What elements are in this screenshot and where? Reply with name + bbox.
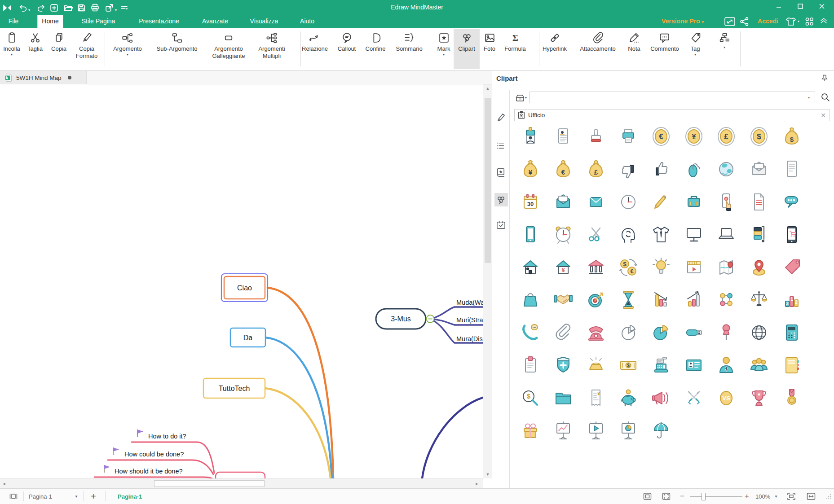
- share-icon[interactable]: [739, 17, 750, 28]
- clipart-chart-growth[interactable]: [682, 288, 706, 311]
- format-tool[interactable]: [494, 111, 508, 124]
- clipart-usb-drive[interactable]: [682, 321, 706, 344]
- ribbon-relazione[interactable]: Relazione: [302, 29, 328, 69]
- clipart-gift-box[interactable]: [519, 419, 542, 443]
- dropdown-icon[interactable]: ▾: [28, 8, 30, 12]
- clipart-house-yen[interactable]: ¥: [552, 256, 575, 279]
- menu-aiuto[interactable]: Aiuto: [296, 15, 319, 28]
- clipart-globe-grid[interactable]: [747, 321, 771, 344]
- horizontal-scroll-thumb[interactable]: [154, 480, 265, 487]
- clipart-coin-euro[interactable]: €: [649, 125, 673, 148]
- login-button[interactable]: Accedi: [753, 15, 783, 28]
- zoom-dropdown-icon[interactable]: ▼: [774, 489, 778, 504]
- minimize-button[interactable]: [769, 0, 789, 13]
- export-button[interactable]: ▾: [103, 2, 115, 13]
- clipart-notebook[interactable]: [780, 354, 803, 377]
- clipart-light-bulb[interactable]: [649, 256, 673, 279]
- clipart-document-red[interactable]: [747, 190, 771, 214]
- fit-screen-icon[interactable]: [787, 489, 796, 504]
- library-drawer-icon[interactable]: [515, 93, 525, 105]
- clipart-hourglass[interactable]: [617, 288, 640, 311]
- clipart-chat-bubbles[interactable]: [780, 190, 803, 214]
- mindmap-canvas[interactable]: Muda(WaMuri(StraMura(DisHow to do it?How…: [0, 84, 483, 478]
- clipart-handshake[interactable]: [552, 288, 575, 311]
- ribbon-copia[interactable]: Copia: [47, 29, 71, 69]
- clipart-folder[interactable]: [552, 386, 575, 410]
- customize-toolbar-button[interactable]: [118, 2, 130, 13]
- zoom-in-button[interactable]: +: [745, 489, 749, 504]
- shirt-icon[interactable]: [785, 17, 797, 28]
- dropdown-icon[interactable]: ▾: [115, 8, 117, 12]
- task-tool[interactable]: [494, 218, 508, 232]
- clipart-coin-dollar[interactable]: $: [747, 125, 771, 148]
- ribbon-mark[interactable]: Mark ▾: [432, 29, 456, 69]
- clipart-gold-ingot[interactable]: [584, 354, 608, 377]
- new-document-button[interactable]: [48, 2, 60, 13]
- clipart-coin-pound[interactable]: £: [715, 125, 738, 148]
- clipart-laptop[interactable]: [715, 223, 738, 246]
- clipart-shield-plus[interactable]: [552, 354, 575, 377]
- ribbon-foto[interactable]: Foto: [477, 29, 502, 69]
- add-page-button[interactable]: +: [91, 489, 96, 504]
- clipart-medal[interactable]: [780, 386, 803, 410]
- clipart-teamwork[interactable]: [715, 288, 738, 311]
- clipart-vs-badge[interactable]: VS: [715, 386, 738, 410]
- clipart-chart-decline[interactable]: [649, 288, 673, 311]
- ribbon-formula[interactable]: Σ Formula: [503, 29, 527, 69]
- clipart-briefcase[interactable]: [682, 190, 706, 214]
- clipart-pie-chart-outline[interactable]: [617, 321, 640, 344]
- ribbon-clipart[interactable]: Clipart: [454, 29, 480, 69]
- clipart-businessman[interactable]: [715, 354, 738, 377]
- page-selector[interactable]: Pagina-1: [29, 489, 52, 504]
- document-tab[interactable]: 5W1H Mind Map: [0, 71, 87, 84]
- version-pro-button[interactable]: Versione Pro ▾: [657, 15, 708, 28]
- clipart-shopping-bag[interactable]: [519, 288, 542, 311]
- shirt-dropdown-icon[interactable]: ▾: [798, 19, 799, 23]
- clipart-map[interactable]: [715, 256, 738, 279]
- redo-button[interactable]: [35, 2, 47, 13]
- zoom-slider[interactable]: [690, 496, 742, 497]
- ribbon-sommario[interactable]: Sommario: [396, 29, 422, 69]
- zoom-out-button[interactable]: −: [680, 489, 684, 504]
- clipart-clipboard[interactable]: [519, 354, 542, 377]
- clipart-board-play[interactable]: [584, 419, 608, 443]
- ribbon-incolla[interactable]: Incolla ▾: [0, 29, 24, 69]
- reading-view-icon[interactable]: [9, 489, 18, 504]
- maximize-button[interactable]: [790, 0, 810, 13]
- clipart-computer-mouse[interactable]: [682, 158, 706, 181]
- clipart-hand-truck[interactable]: [747, 223, 771, 246]
- clipart-people-group[interactable]: [747, 354, 771, 377]
- clipart-thumbs-up[interactable]: [649, 158, 673, 181]
- clipart-tablet-cart[interactable]: [780, 223, 803, 246]
- dropdown-icon[interactable]: ▾: [113, 53, 142, 57]
- clipart-push-pin[interactable]: [715, 321, 738, 344]
- clipart-coin-yen[interactable]: ¥: [682, 125, 706, 148]
- open-button[interactable]: [62, 2, 74, 13]
- clipart-money-bag-yen[interactable]: ¥: [519, 158, 542, 181]
- clipart-money-bag-euro[interactable]: €: [552, 158, 575, 181]
- ribbon-callout[interactable]: Callout: [335, 29, 359, 69]
- clipart-phone-call[interactable]: [519, 321, 542, 344]
- dropdown-icon[interactable]: ▾: [432, 53, 456, 57]
- ribbon-attaccamento[interactable]: Attaccamento: [580, 29, 616, 69]
- clipart-printer[interactable]: [617, 125, 640, 148]
- clipart-mail-closed[interactable]: [584, 190, 608, 214]
- search-input[interactable]: [530, 92, 815, 103]
- ribbon-taglia[interactable]: Taglia: [23, 29, 47, 69]
- clipart-paperclip[interactable]: [552, 321, 575, 344]
- zoom-slider-handle[interactable]: [702, 493, 706, 500]
- vertical-scroll-thumb[interactable]: [485, 98, 491, 263]
- layout-button[interactable]: ▾: [712, 29, 737, 69]
- ribbon-argomento[interactable]: ArgomentoGalleggiante: [212, 29, 245, 69]
- clipart-price-tag[interactable]: [780, 256, 803, 279]
- collapse-ribbon-icon[interactable]: [818, 17, 829, 28]
- clipart-calculator[interactable]: [780, 321, 803, 344]
- scroll-down-icon[interactable]: ▼: [484, 470, 492, 478]
- clipart-smartphone[interactable]: [519, 223, 542, 246]
- clipart-house[interactable]: [519, 256, 542, 279]
- clipart-piggy-bank[interactable]: [617, 386, 640, 410]
- pin-icon[interactable]: [821, 75, 828, 83]
- ribbon-argomento[interactable]: Argomento ▾: [113, 29, 142, 69]
- search-dropdown-icon[interactable]: ▾: [808, 96, 810, 100]
- clipart-trophy[interactable]: ★: [747, 386, 771, 410]
